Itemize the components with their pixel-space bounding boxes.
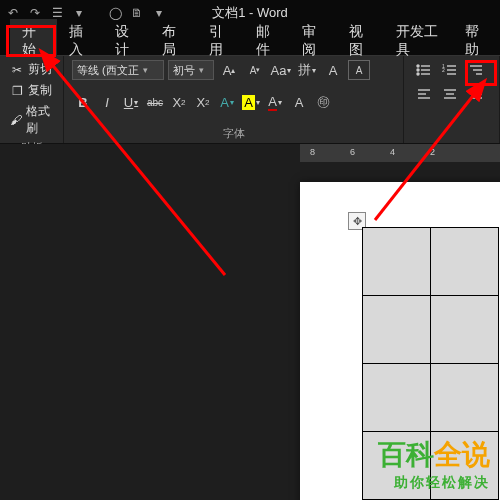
scissors-icon: ✂ [10,63,24,77]
ribbon: ✂ 剪切 ❐ 复制 🖌 格式刷 贴板 等线 (西文正▾ [0,56,500,144]
bullets-button[interactable] [412,60,436,80]
align-right-icon [468,87,484,101]
cut-button[interactable]: ✂ 剪切 [8,60,55,79]
enclose-button[interactable]: ㊞ [312,92,334,112]
shrink-font-button[interactable]: A▾ [244,60,266,80]
subscript-button[interactable]: X2 [168,92,190,112]
char-shading-button[interactable]: A [288,92,310,112]
ribbon-tabs: 开始 插入 设计 布局 引用 邮件 审阅 视图 开发工具 帮助 [0,26,500,56]
align-left-button[interactable] [412,84,436,104]
group-clipboard: ✂ 剪切 ❐ 复制 🖌 格式刷 贴板 [0,56,64,143]
bullets-icon [416,63,432,77]
align-right-button[interactable] [464,84,488,104]
group-font: 等线 (西文正▾ 初号▾ A▴ A▾ Aa▾ 拼▾ A A B I U▾ abc… [64,56,404,143]
chevron-down-icon: ▾ [143,65,148,75]
phonetic-button[interactable]: 拼▾ [296,60,318,80]
multilevel-icon [468,63,484,77]
group-paragraph: 12 [404,56,500,143]
font-family-select[interactable]: 等线 (西文正▾ [72,60,164,80]
strike-button[interactable]: abc [144,92,166,112]
text-effects-button[interactable]: A▾ [216,92,238,112]
ruler-tick: 4 [390,147,395,157]
table-cell[interactable] [431,364,499,432]
underline-button[interactable]: U▾ [120,92,142,112]
table-cell[interactable] [431,228,499,296]
table-cell[interactable] [363,364,431,432]
watermark: 百科全说 助你轻松解决 [378,436,490,492]
copy-button[interactable]: ❐ 复制 [8,81,55,100]
italic-button[interactable]: I [96,92,118,112]
table-cell[interactable] [363,228,431,296]
svg-point-4 [417,73,419,75]
brush-icon: 🖌 [10,113,22,127]
font-size-value: 初号 [173,63,195,78]
font-family-value: 等线 (西文正 [77,63,139,78]
bold-button[interactable]: B [72,92,94,112]
clear-format-button[interactable]: A [322,60,344,80]
align-center-icon [442,87,458,101]
copy-icon: ❐ [10,84,24,98]
char-border-button[interactable]: A [348,60,370,80]
table-cell[interactable] [431,296,499,364]
highlight-button[interactable]: A▾ [240,92,262,112]
ruler-tick: 2 [430,147,435,157]
table-cell[interactable] [363,296,431,364]
watermark-text-1: 百科 [378,439,434,470]
chevron-down-icon: ▾ [199,65,204,75]
copy-label: 复制 [28,82,52,99]
change-case-button[interactable]: Aa▾ [270,60,292,80]
multilevel-list-button[interactable] [464,60,488,80]
numbering-button[interactable]: 12 [438,60,462,80]
cut-label: 剪切 [28,61,52,78]
font-size-select[interactable]: 初号▾ [168,60,214,80]
watermark-subtext: 助你轻松解决 [378,474,490,492]
format-painter-button[interactable]: 🖌 格式刷 [8,102,55,138]
font-group-label: 字体 [72,124,395,141]
format-painter-label: 格式刷 [26,103,53,137]
align-center-button[interactable] [438,84,462,104]
ruler-tick: 8 [310,147,315,157]
svg-point-2 [417,69,419,71]
ruler: 8 6 4 2 [0,144,500,162]
watermark-text-2: 全说 [434,439,490,470]
align-left-icon [416,87,432,101]
numbering-icon: 12 [442,63,458,77]
grow-font-button[interactable]: A▴ [218,60,240,80]
paragraph-group-label [412,139,495,141]
svg-point-0 [417,65,419,67]
font-color-button[interactable]: A▾ [264,92,286,112]
superscript-button[interactable]: X2 [192,92,214,112]
ruler-scale[interactable]: 8 6 4 2 [300,144,500,162]
svg-text:2: 2 [442,67,445,73]
ruler-tick: 6 [350,147,355,157]
